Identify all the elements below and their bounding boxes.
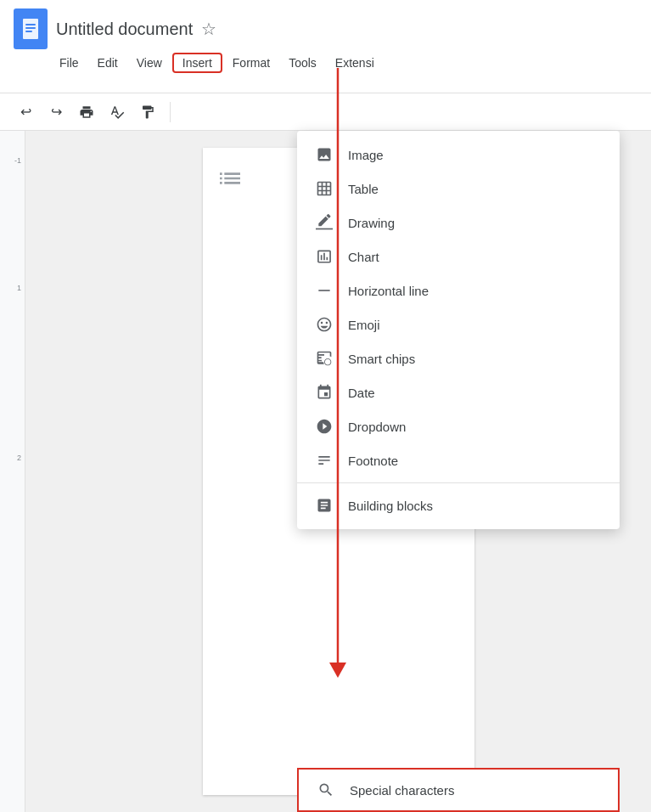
- special-characters-box[interactable]: Special characters: [297, 768, 620, 812]
- paintformat-button[interactable]: [136, 100, 160, 124]
- horizontal-line-label: Horizontal line: [348, 284, 429, 298]
- ruler-left: -1 1 2: [0, 131, 25, 812]
- svg-marker-5: [329, 663, 346, 678]
- drawing-label: Drawing: [348, 216, 395, 230]
- menu-view[interactable]: View: [128, 53, 171, 73]
- google-docs-icon: [14, 8, 48, 49]
- menu-edit[interactable]: Edit: [89, 53, 126, 73]
- print-button[interactable]: [75, 100, 98, 124]
- smart-chips-label: Smart chips: [348, 352, 415, 366]
- special-characters-label: Special characters: [350, 783, 454, 798]
- main-content: -1 1 2 Image Table: [0, 131, 651, 812]
- svg-rect-2: [25, 27, 36, 29]
- ruler-mark-2: 2: [17, 454, 21, 462]
- menu-file[interactable]: File: [51, 53, 87, 73]
- toolbar-divider: [170, 102, 171, 122]
- svg-rect-1: [25, 24, 36, 25]
- document-title[interactable]: Untitled document: [56, 20, 193, 39]
- spellcheck-button[interactable]: [105, 100, 129, 124]
- doc-placeholder-icon: [216, 165, 244, 195]
- building-blocks-label: Building blocks: [348, 499, 433, 513]
- ruler-mark-neg1: -1: [14, 156, 21, 165]
- redo-button[interactable]: ↪: [44, 100, 68, 124]
- table-label: Table: [348, 182, 379, 196]
- red-arrow: [324, 68, 351, 683]
- menu-format[interactable]: Format: [224, 53, 278, 73]
- footnote-label: Footnote: [348, 454, 398, 468]
- undo-button[interactable]: ↩: [14, 100, 37, 124]
- ruler-mark-1: 1: [17, 284, 21, 292]
- title-row: Untitled document ☆: [0, 0, 651, 53]
- dropdown-label: Dropdown: [348, 420, 406, 434]
- star-icon[interactable]: ☆: [201, 19, 216, 39]
- emoji-label: Emoji: [348, 318, 380, 332]
- chart-label: Chart: [348, 250, 379, 264]
- image-label: Image: [348, 148, 384, 162]
- menu-insert[interactable]: Insert: [172, 53, 222, 73]
- svg-rect-3: [25, 31, 32, 32]
- special-characters-icon: [316, 780, 336, 800]
- menu-tools[interactable]: Tools: [280, 53, 325, 73]
- date-label: Date: [348, 386, 375, 400]
